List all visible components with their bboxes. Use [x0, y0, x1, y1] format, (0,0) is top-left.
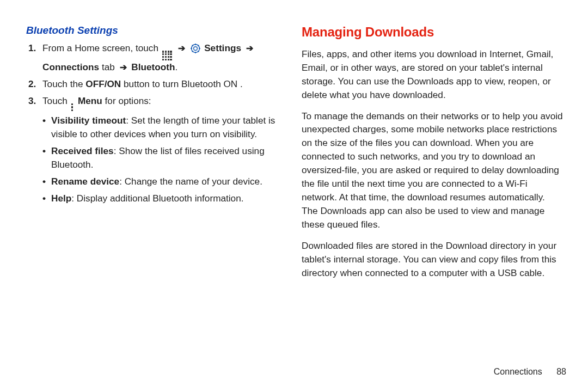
- page-body: Bluetooth Settings 1. From a Home screen…: [0, 0, 588, 287]
- page-footer: Connections 88: [494, 365, 566, 378]
- option-visibility-timeout: Visibility timeout: Set the length of ti…: [42, 114, 282, 141]
- apps-grid-icon: [162, 51, 172, 60]
- step1-period: .: [175, 62, 178, 72]
- footer-page-number: 88: [556, 367, 566, 376]
- step-number: 3.: [28, 94, 42, 209]
- opt-text: : Display additional Bluetooth informati…: [71, 193, 243, 204]
- steps-list: 1. From a Home screen, touch ➔ Settings …: [28, 41, 282, 209]
- step1-bluetooth: Bluetooth: [131, 62, 175, 72]
- step3-menu: Menu: [78, 95, 102, 106]
- step1-pre: From a Home screen, touch: [42, 42, 158, 53]
- option-rename-device: Rename device: Change the name of your d…: [42, 175, 282, 188]
- arrow-icon: ➔: [246, 42, 253, 54]
- options-list: Visibility timeout: Set the length of ti…: [42, 114, 282, 205]
- option-received-files: Received files: Show the list of files r…: [42, 144, 282, 171]
- footer-section: Connections: [494, 367, 542, 376]
- arrow-icon: ➔: [120, 61, 127, 74]
- downloads-para-3: Downloaded files are stored in the Downl…: [302, 239, 563, 280]
- right-column: Managing Downloads Files, apps, and othe…: [302, 23, 563, 287]
- downloads-para-2: To manage the demands on their networks …: [302, 109, 563, 231]
- step-number: 2.: [28, 77, 42, 91]
- arrow-icon: ➔: [178, 42, 185, 54]
- step3-pre: Touch: [42, 95, 68, 106]
- left-column: Bluetooth Settings 1. From a Home screen…: [26, 23, 282, 287]
- bluetooth-settings-heading: Bluetooth Settings: [26, 23, 282, 38]
- opt-label: Visibility timeout: [51, 115, 126, 126]
- step-number: 1.: [28, 41, 42, 75]
- opt-label: Help: [51, 193, 71, 204]
- step2-post: button to turn Bluetooth ON .: [124, 78, 243, 89]
- step2-offon: OFF/ON: [85, 78, 121, 89]
- opt-label: Received files: [51, 145, 114, 156]
- step3-post: for options:: [105, 95, 151, 106]
- opt-text: : Change the name of your device.: [119, 176, 262, 187]
- step2-pre: Touch the: [42, 78, 83, 89]
- step-1: 1. From a Home screen, touch ➔ Settings …: [28, 41, 282, 75]
- step-body: Touch the OFF/ON button to turn Bluetoot…: [42, 77, 282, 91]
- managing-downloads-heading: Managing Downloads: [302, 23, 563, 42]
- step1-connections: Connections: [42, 62, 99, 72]
- downloads-para-1: Files, apps, and other items you downloa…: [302, 47, 563, 102]
- step-2: 2. Touch the OFF/ON button to turn Bluet…: [28, 77, 282, 91]
- step1-tab-word: tab: [102, 62, 115, 72]
- svg-point-1: [194, 46, 198, 50]
- settings-gear-icon: [191, 44, 200, 53]
- option-help: Help: Display additional Bluetooth infor…: [42, 192, 282, 205]
- step-body: From a Home screen, touch ➔ Settings ➔ C…: [42, 41, 282, 75]
- step1-settings: Settings: [204, 42, 241, 53]
- opt-label: Rename device: [51, 176, 119, 187]
- step-body: Touch Menu for options: Visibility timeo…: [42, 94, 282, 209]
- menu-dots-icon: [71, 103, 74, 112]
- step-3: 3. Touch Menu for options: Visibility ti…: [28, 94, 282, 209]
